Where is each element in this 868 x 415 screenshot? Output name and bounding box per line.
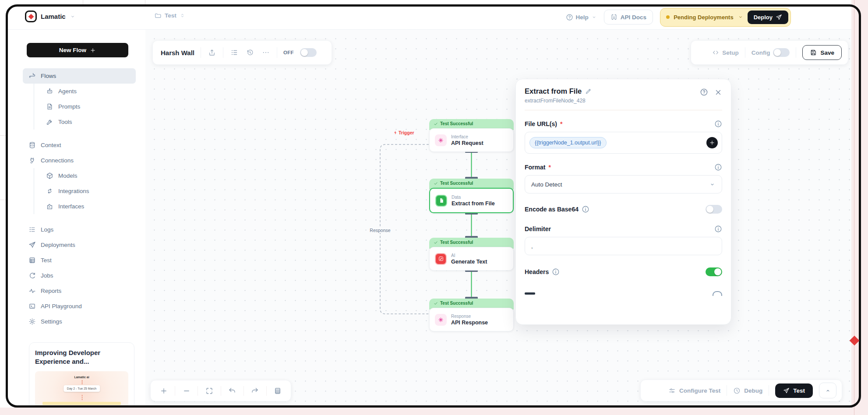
- chevron-down-icon: [709, 181, 716, 188]
- node-card[interactable]: Response API Response: [429, 308, 514, 331]
- new-flow-label: New Flow: [59, 47, 86, 53]
- encode-base64-toggle[interactable]: [706, 205, 722, 214]
- format-value: Auto Detect: [531, 181, 562, 188]
- info-icon[interactable]: [582, 205, 589, 213]
- fit-view-button[interactable]: [198, 380, 220, 401]
- sidebar-item-api-playground[interactable]: API Playground: [23, 299, 136, 314]
- sidebar-item-label: Interfaces: [58, 203, 84, 210]
- sidebar-item-connections[interactable]: Connections: [23, 153, 136, 168]
- debug-button[interactable]: Debug: [733, 387, 762, 394]
- api-docs-button[interactable]: API Docs: [604, 10, 653, 25]
- share-icon[interactable]: [207, 48, 217, 57]
- notes-table-icon[interactable]: [267, 380, 289, 401]
- history-icon[interactable]: [245, 48, 255, 57]
- zoom-out-button[interactable]: [175, 380, 198, 401]
- canvas-zoom-toolbar: [150, 380, 291, 401]
- deploy-button[interactable]: Deploy: [748, 11, 788, 24]
- info-icon[interactable]: [714, 163, 722, 171]
- node-title: API Request: [451, 140, 483, 146]
- headers-toggle[interactable]: [706, 267, 722, 276]
- activity-pulse-icon: [28, 287, 36, 295]
- sidebar-item-label: Test: [41, 257, 52, 264]
- chevron-down-icon[interactable]: [737, 14, 744, 20]
- sliders-icon: [668, 387, 676, 394]
- test-button[interactable]: Test: [775, 383, 813, 398]
- add-url-button[interactable]: [706, 137, 718, 148]
- pending-deployments-pill[interactable]: Pending Deployments Deploy: [660, 8, 791, 27]
- sidebar-item-jobs[interactable]: Jobs: [23, 268, 136, 283]
- sort-arrows-icon[interactable]: [180, 13, 185, 18]
- config-toggle[interactable]: [773, 48, 790, 57]
- node-api-response[interactable]: Test Successful Response API Response: [429, 299, 514, 331]
- undo-button[interactable]: [221, 380, 243, 401]
- new-flow-button[interactable]: New Flow: [27, 43, 128, 57]
- sidebar-item-flows[interactable]: Flows: [23, 68, 136, 84]
- node-card[interactable]: AI Generate Text: [429, 247, 514, 271]
- sidebar-item-test[interactable]: Test: [23, 253, 136, 268]
- guide-line: [83, 0, 83, 4]
- workspace-switcher[interactable]: Lamatic: [25, 11, 76, 22]
- connections-subgroup: Models Integrations Interfaces: [34, 168, 136, 214]
- debug-label: Debug: [744, 387, 762, 394]
- node-generate-text[interactable]: Test Successful AI Generate Text: [429, 238, 514, 271]
- floppy-disk-icon: [810, 49, 817, 56]
- collapse-toolbar-button[interactable]: [819, 383, 836, 398]
- sidebar-item-settings[interactable]: Settings: [23, 314, 136, 329]
- flow-enabled-toggle[interactable]: [300, 48, 317, 57]
- response-spark-icon: [435, 314, 447, 326]
- node-status-text: Test Successful: [440, 121, 473, 126]
- lightning-icon: [393, 130, 398, 135]
- wrench-icon: [46, 118, 53, 126]
- flow-canvas[interactable]: [145, 30, 851, 408]
- sidebar-item-prompts[interactable]: Prompts: [46, 99, 136, 114]
- redo-button[interactable]: [244, 380, 266, 401]
- panel-help-icon[interactable]: [700, 88, 708, 96]
- panel-close-icon[interactable]: [714, 88, 722, 96]
- sidebar-item-interfaces[interactable]: Interfaces: [46, 199, 136, 214]
- sidebar-item-models[interactable]: Models: [46, 168, 136, 183]
- node-status-text: Test Successful: [440, 240, 473, 245]
- sidebar-item-integrations[interactable]: Integrations: [46, 183, 136, 199]
- sidebar-item-context[interactable]: Context: [23, 137, 136, 153]
- node-card-selected[interactable]: Data Extract from File: [429, 188, 514, 213]
- info-icon[interactable]: [552, 268, 560, 276]
- sidebar-item-logs[interactable]: Logs: [23, 222, 136, 237]
- clipped-field-label: [525, 292, 535, 295]
- delimiter-input[interactable]: ,: [525, 237, 722, 255]
- info-icon[interactable]: [714, 120, 722, 128]
- file-urls-input[interactable]: {{triggerNode_1.output.url}}: [525, 132, 722, 154]
- help-menu[interactable]: Help: [566, 14, 597, 21]
- promo-dashed-line: [82, 380, 82, 384]
- setup-button[interactable]: Setup: [712, 49, 739, 56]
- sidebar-item-reports[interactable]: Reports: [23, 283, 136, 299]
- sync-arrows-icon: [46, 187, 53, 195]
- sidebar-item-agents[interactable]: Agents: [46, 84, 136, 99]
- node-extract-from-file[interactable]: Test Successful Data Extract from File: [429, 179, 514, 213]
- file-icon: [435, 195, 447, 207]
- format-select[interactable]: Auto Detect: [525, 175, 722, 193]
- setup-label: Setup: [722, 49, 739, 56]
- more-options-icon[interactable]: [261, 48, 271, 57]
- save-button[interactable]: Save: [802, 45, 842, 60]
- edit-pencil-icon[interactable]: [585, 88, 592, 95]
- sidebar-item-label: Settings: [41, 318, 62, 325]
- sidebar-item-deployments[interactable]: Deployments: [23, 237, 136, 253]
- node-api-request[interactable]: Test Successful Interface API Request: [429, 119, 514, 152]
- sidebar-item-tools[interactable]: Tools: [46, 114, 136, 130]
- promo-image: Lamatic ai Day 2 - Tue 25 March: [35, 371, 128, 408]
- lamatic-logo-icon: [25, 11, 37, 22]
- sidebar-nav: Flows Agents Prompts Tools: [23, 68, 136, 329]
- flow-title: Harsh Wall: [161, 49, 194, 56]
- node-card[interactable]: Interface API Request: [429, 128, 514, 152]
- sidebar-item-label: Tools: [58, 119, 72, 125]
- node-status-text: Test Successful: [440, 181, 473, 186]
- paper-plane-icon: [776, 14, 782, 21]
- zoom-in-button[interactable]: [152, 380, 175, 401]
- tab-test[interactable]: Test: [154, 12, 185, 19]
- info-icon[interactable]: [714, 225, 722, 233]
- promo-card[interactable]: Improving Developer Experience and... La…: [29, 342, 134, 408]
- variable-chip[interactable]: {{triggerNode_1.output.url}}: [529, 137, 607, 148]
- promo-image-brand: Lamatic ai: [35, 376, 128, 379]
- queue-list-icon[interactable]: [229, 48, 239, 57]
- configure-test-button[interactable]: Configure Test: [668, 387, 720, 394]
